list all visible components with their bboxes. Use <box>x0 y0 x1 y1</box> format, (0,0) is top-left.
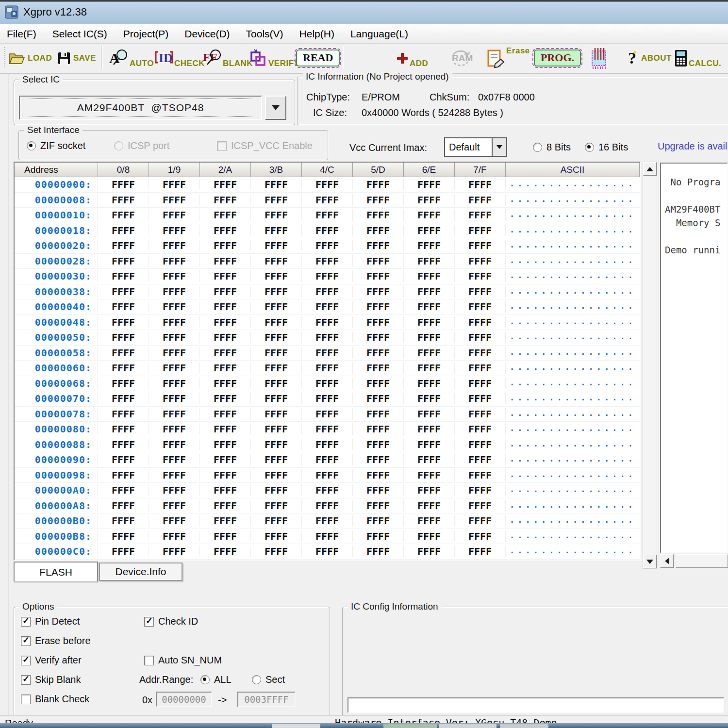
hex-data-cell[interactable]: FFFF <box>353 530 404 542</box>
hex-data-cell[interactable]: FFFF <box>251 530 302 542</box>
menu-help-h[interactable]: Help(H) <box>299 28 334 40</box>
hex-row[interactable]: 00000060:FFFFFFFFFFFFFFFFFFFFFFFFFFFFFFF… <box>15 361 640 376</box>
hex-data-cell[interactable]: FFFF <box>200 194 251 206</box>
hex-data-cell[interactable]: FFFF <box>149 362 200 374</box>
hex-data-cell[interactable]: FFFF <box>251 316 302 328</box>
menu-tools-v[interactable]: Tools(V) <box>246 28 283 40</box>
hex-data-cell[interactable]: FFFF <box>404 362 455 374</box>
vcc-imax-dropdown[interactable]: Default <box>444 137 507 157</box>
hex-data-cell[interactable]: FFFF <box>353 515 404 527</box>
hex-data-cell[interactable]: FFFF <box>251 393 302 404</box>
hex-data-cell[interactable]: FFFF <box>404 530 455 542</box>
hex-grid-vscrollbar[interactable] <box>643 162 657 569</box>
hex-data-cell[interactable]: FFFF <box>404 225 455 236</box>
hex-data-cell[interactable]: FFFF <box>302 546 353 557</box>
hex-data-cell[interactable]: FFFF <box>455 316 506 328</box>
hex-data-cell[interactable]: FFFF <box>353 362 404 374</box>
hex-data-cell[interactable]: FFFF <box>200 362 251 374</box>
check-button[interactable]: ID CHECK <box>154 44 205 72</box>
hex-data-cell[interactable]: FFFF <box>200 286 251 298</box>
hex-data-cell[interactable]: FFFF <box>455 255 506 267</box>
hex-row[interactable]: 00000010:FFFFFFFFFFFFFFFFFFFFFFFFFFFFFFF… <box>15 208 640 223</box>
hex-data-cell[interactable]: FFFF <box>404 209 455 221</box>
hex-data-cell[interactable]: FFFF <box>200 500 251 512</box>
hex-data-cell[interactable]: FFFF <box>200 408 251 420</box>
hex-data-cell[interactable]: FFFF <box>98 362 149 374</box>
hex-data-cell[interactable]: FFFF <box>353 255 404 267</box>
menu-language-l[interactable]: Language(L) <box>350 28 408 40</box>
hex-data-cell[interactable]: FFFF <box>149 286 200 298</box>
hex-data-cell[interactable]: FFFF <box>455 454 506 465</box>
hex-row[interactable]: 000000A8:FFFFFFFFFFFFFFFFFFFFFFFFFFFFFFF… <box>15 498 640 514</box>
erase-button[interactable]: Erase <box>486 44 530 72</box>
auto-sn-checkbox[interactable]: Auto SN_NUM <box>144 655 222 666</box>
scroll-up-button[interactable] <box>643 162 657 176</box>
read-button[interactable]: READ <box>296 44 340 72</box>
hex-data-cell[interactable]: FFFF <box>404 500 455 512</box>
hex-data-cell[interactable]: FFFF <box>302 515 353 527</box>
hex-data-cell[interactable]: FFFF <box>149 316 200 328</box>
about-button[interactable]: ? ABOUT <box>627 44 672 72</box>
zif-socket-radio[interactable]: ZIF socket <box>27 140 85 151</box>
hex-data-cell[interactable]: FFFF <box>302 331 353 343</box>
scroll-down-button[interactable] <box>643 555 657 568</box>
hex-data-cell[interactable]: FFFF <box>302 530 353 542</box>
hex-data-cell[interactable]: FFFF <box>251 240 302 251</box>
hex-data-cell[interactable]: FFFF <box>455 530 506 542</box>
hex-data-cell[interactable]: FFFF <box>302 209 353 221</box>
range-all-radio[interactable]: ALL <box>200 674 232 685</box>
hex-data-cell[interactable]: FFFF <box>98 255 149 267</box>
hex-data-cell[interactable]: FFFF <box>98 469 149 481</box>
hex-data-cell[interactable]: FFFF <box>302 240 353 251</box>
hex-data-cell[interactable]: FFFF <box>98 286 149 298</box>
hex-data-cell[interactable]: FFFF <box>455 240 506 251</box>
hex-row[interactable]: 000000B0:FFFFFFFFFFFFFFFFFFFFFFFFFFFFFFF… <box>15 513 640 529</box>
hex-data-cell[interactable]: FFFF <box>149 179 200 190</box>
hex-data-cell[interactable]: FFFF <box>302 225 353 236</box>
hex-data-cell[interactable]: FFFF <box>404 546 455 557</box>
hex-data-cell[interactable]: FFFF <box>404 240 455 251</box>
hex-data-cell[interactable]: FFFF <box>251 439 302 450</box>
hex-data-cell[interactable]: FFFF <box>200 301 251 313</box>
hex-data-cell[interactable]: FFFF <box>149 484 200 496</box>
hex-data-cell[interactable]: FFFF <box>302 255 353 267</box>
hex-data-cell[interactable]: FFFF <box>404 469 455 481</box>
bits8-radio[interactable]: 8 Bits <box>533 142 571 153</box>
hex-data-cell[interactable]: FFFF <box>149 209 200 221</box>
hex-row[interactable]: 00000050:FFFFFFFFFFFFFFFFFFFFFFFFFFFFFFF… <box>15 330 640 346</box>
hex-data-cell[interactable]: FFFF <box>149 439 200 450</box>
scroll-left-button[interactable] <box>660 554 674 568</box>
save-button[interactable]: SAVE <box>57 44 96 72</box>
ic-select-dropdown-button[interactable] <box>265 96 286 120</box>
hex-data-cell[interactable]: FFFF <box>251 378 302 389</box>
hex-data-cell[interactable]: FFFF <box>200 179 251 190</box>
hex-row[interactable]: 00000038:FFFFFFFFFFFFFFFFFFFFFFFFFFFFFFF… <box>15 284 640 300</box>
hex-data-cell[interactable]: FFFF <box>251 301 302 313</box>
hex-row[interactable]: 00000040:FFFFFFFFFFFFFFFFFFFFFFFFFFFFFFF… <box>15 299 640 315</box>
hex-row[interactable]: 00000000:FFFFFFFFFFFFFFFFFFFFFFFFFFFFFFF… <box>15 177 640 193</box>
hex-row[interactable]: 00000048:FFFFFFFFFFFFFFFFFFFFFFFFFFFFFFF… <box>15 315 640 331</box>
hex-data-cell[interactable]: FFFF <box>302 362 353 374</box>
hex-data-cell[interactable]: FFFF <box>200 484 251 496</box>
hex-data-cell[interactable]: FFFF <box>455 500 506 512</box>
hex-data-cell[interactable]: FFFF <box>455 546 506 557</box>
tab-flash[interactable]: FLASH <box>14 562 98 581</box>
hex-data-cell[interactable]: FFFF <box>200 255 251 267</box>
hex-row[interactable]: 00000008:FFFFFFFFFFFFFFFFFFFFFFFFFFFFFFF… <box>15 193 640 208</box>
hex-data-cell[interactable]: FFFF <box>98 546 149 557</box>
hex-data-cell[interactable]: FFFF <box>302 179 353 190</box>
hex-data-cell[interactable]: FFFF <box>404 378 455 389</box>
hex-data-cell[interactable]: FFFF <box>149 331 200 343</box>
hex-data-cell[interactable]: FFFF <box>149 378 200 389</box>
hex-data-cell[interactable]: FFFF <box>353 408 404 420</box>
hex-data-cell[interactable]: FFFF <box>200 240 251 251</box>
hex-data-cell[interactable]: FFFF <box>98 331 149 343</box>
hex-data-cell[interactable]: FFFF <box>98 484 149 496</box>
hex-row[interactable]: 00000090:FFFFFFFFFFFFFFFFFFFFFFFFFFFFFFF… <box>15 452 640 468</box>
hex-data-cell[interactable]: FFFF <box>455 331 506 343</box>
hex-data-cell[interactable]: FFFF <box>251 179 302 190</box>
tab-device-info[interactable]: Device.Info <box>99 563 182 581</box>
hscrollbar-thumb[interactable] <box>676 554 728 568</box>
hex-row[interactable]: 00000080:FFFFFFFFFFFFFFFFFFFFFFFFFFFFFFF… <box>15 422 640 437</box>
hex-data-cell[interactable]: FFFF <box>404 331 455 343</box>
